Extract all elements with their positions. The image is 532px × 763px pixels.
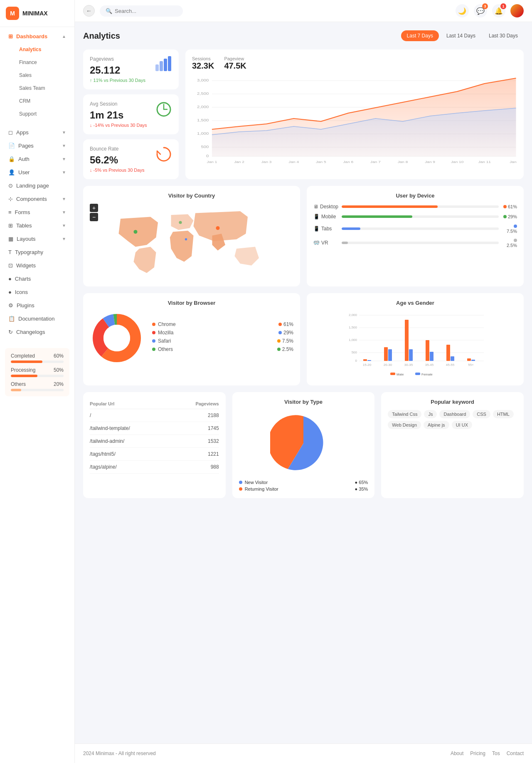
device-list: 🖥 Desktop 61% 📱 Mobile 29%	[313, 204, 517, 248]
others-label: Others	[158, 346, 173, 352]
sidebar-item-auth[interactable]: 🔒Auth ▼	[2, 153, 72, 165]
svg-rect-61	[451, 356, 454, 361]
pageview-stat-value: 47.5K	[224, 61, 246, 71]
footer-about[interactable]: About	[451, 751, 463, 756]
sidebar-logo: M MINIMAX	[0, 0, 74, 27]
vr-label: VR	[321, 240, 328, 246]
sidebar-item-tables[interactable]: ⊞Tables ▼	[2, 219, 72, 232]
svg-text:500: 500	[201, 145, 209, 149]
topbar: ← 🔍 🌙 💬 3 🔔 1	[75, 0, 532, 22]
svg-text:45-55: 45-55	[446, 363, 455, 367]
logo-text: MINIMAX	[22, 10, 48, 17]
sidebar-item-plugins[interactable]: ⚙Plugins	[2, 299, 72, 312]
keyword-dashboard[interactable]: Dashboard	[439, 410, 470, 418]
svg-text:Jan 5: Jan 5	[316, 160, 326, 164]
sidebar-item-widgets[interactable]: ⊡Widgets	[2, 259, 72, 272]
sidebar-item-sales-team[interactable]: Sales Team	[13, 82, 72, 94]
sidebar-item-changelogs[interactable]: ↻Changelogs	[2, 326, 72, 338]
sidebar-dashboards[interactable]: ⊞ Dashboards ▲	[2, 30, 72, 43]
layouts-icon: ▦	[8, 236, 13, 242]
messages-button[interactable]: 💬 3	[474, 4, 487, 17]
keyword-tailwind-css[interactable]: Tailwind Css	[388, 410, 421, 418]
url-row-5: /tags/alpine/ 988	[90, 461, 219, 474]
footer-pricing[interactable]: Pricing	[470, 751, 485, 756]
sidebar-item-finance[interactable]: Finance	[13, 56, 72, 69]
url-col-header: Popular Url	[90, 399, 171, 409]
user-avatar[interactable]	[510, 4, 524, 17]
back-button[interactable]: ←	[83, 5, 95, 17]
svg-rect-0	[155, 64, 159, 71]
svg-rect-3	[168, 56, 171, 71]
footer-contact[interactable]: Contact	[507, 751, 524, 756]
vr-icon: 🥽	[313, 240, 320, 246]
svg-point-33	[134, 230, 138, 234]
mozilla-pct: 29%	[283, 330, 293, 336]
visitor-type-svg	[270, 410, 337, 477]
tabs-pct: 7.5%	[507, 229, 517, 234]
keyword-html[interactable]: HTML	[493, 410, 514, 418]
footer-copy: 2024 Minimax - All right reserved	[83, 751, 156, 756]
theme-toggle-button[interactable]: 🌙	[456, 4, 469, 17]
filter-30days[interactable]: Last 30 Days	[483, 30, 524, 41]
safari-label: Safari	[158, 338, 171, 344]
sidebar-item-pages[interactable]: 📄Pages ▼	[2, 139, 72, 152]
avg-session-value: 1m 21s	[90, 109, 147, 121]
keyword-js[interactable]: Js	[424, 410, 437, 418]
browser-donut-svg	[90, 311, 144, 365]
sidebar-item-user[interactable]: 👤User ▼	[2, 166, 72, 179]
pageviews-icon	[155, 56, 172, 72]
browser-card: Visitor by Browser	[83, 293, 300, 385]
sidebar-item-charts[interactable]: ●Charts	[2, 272, 72, 285]
bounce-rate-value: 56.2%	[90, 154, 144, 166]
filter-7days[interactable]: Last 7 Days	[401, 30, 439, 41]
keyword-alpine-js[interactable]: Alpine js	[424, 421, 449, 429]
returning-visitor-pct: ● 35%	[355, 486, 368, 491]
mobile-icon: 📱	[313, 214, 320, 220]
svg-text:3,000: 3,000	[197, 78, 209, 82]
page-content: Analytics Last 7 Days Last 14 Days Last …	[75, 22, 532, 743]
keyword-web-design[interactable]: Web Design	[388, 421, 421, 429]
sidebar-item-sales[interactable]: Sales	[13, 69, 72, 81]
sidebar-item-landing[interactable]: ⊙Landing page	[2, 179, 72, 192]
sidebar-item-support[interactable]: Support	[13, 108, 72, 120]
filter-14days[interactable]: Last 14 Days	[441, 30, 481, 41]
svg-text:Female: Female	[421, 373, 433, 376]
map-zoom-out[interactable]: −	[90, 213, 98, 221]
search-box: 🔍	[100, 5, 183, 17]
sidebar-item-icons[interactable]: ●Icons	[2, 286, 72, 299]
sidebar-item-documentation[interactable]: 📋Documentation	[2, 312, 72, 325]
sidebar-item-analytics[interactable]: Analytics	[13, 43, 72, 56]
tabs-label: Tabs	[321, 226, 332, 232]
svg-rect-70	[390, 373, 395, 375]
url-row-1: / 2188	[90, 409, 219, 422]
keyword-css[interactable]: CSS	[473, 410, 490, 418]
svg-rect-52	[363, 359, 367, 361]
user-chevron: ▼	[62, 170, 66, 175]
svg-text:1,500: 1,500	[197, 118, 209, 122]
svg-text:Jan 2: Jan 2	[234, 160, 244, 164]
search-input[interactable]	[115, 8, 177, 14]
sidebar-item-apps[interactable]: ◻Apps ▼	[2, 126, 72, 139]
sidebar-item-components[interactable]: ⊹Components ▼	[2, 193, 72, 205]
url-4: /tags/html5/	[90, 448, 171, 461]
notifications-button[interactable]: 🔔 1	[492, 4, 505, 17]
keyword-ui-ux[interactable]: UI UX	[452, 421, 472, 429]
sidebar-item-typography[interactable]: TTypography	[2, 246, 72, 259]
footer-tos[interactable]: Tos	[492, 751, 500, 756]
sidebar-item-layouts[interactable]: ▦Layouts ▼	[2, 232, 72, 245]
visitor-type-title: Visitor by Type	[239, 399, 368, 405]
mobile-label: Mobile	[321, 214, 336, 220]
auth-icon: 🔒	[8, 156, 15, 162]
map-zoom-in[interactable]: +	[90, 204, 98, 212]
date-filters: Last 7 Days Last 14 Days Last 30 Days	[401, 30, 524, 41]
svg-rect-53	[367, 360, 371, 361]
browser-title: Visitor by Browser	[90, 300, 293, 306]
sidebar-item-crm[interactable]: CRM	[13, 95, 72, 107]
svg-text:0: 0	[355, 359, 357, 363]
fourth-row: Popular Url Pageviews / 2188 /tailwind-t…	[83, 392, 524, 498]
sidebar-item-forms[interactable]: ≡Forms ▼	[2, 206, 72, 219]
popular-keywords-title: Popular keyword	[388, 399, 517, 405]
mozilla-legend: Mozilla 29%	[152, 330, 293, 336]
apps-icon: ◻	[8, 129, 13, 136]
device-tabs-row: 📱 Tabs 7.5%	[313, 224, 517, 234]
